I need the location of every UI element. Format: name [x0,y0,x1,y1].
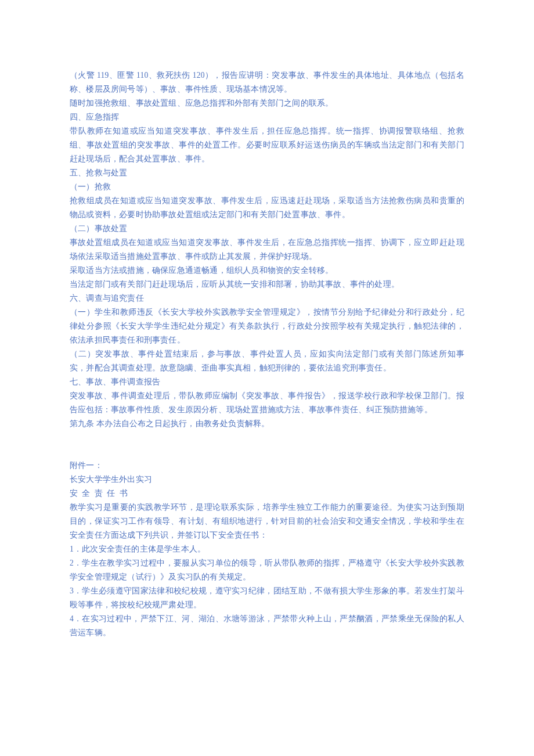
body-paragraph: 采取适当方法或措施，确保应急通道畅通，组织人员和物资的安全转移。 [70,264,464,278]
appendix-item: 3．学生必须遵守国家法律和校纪校规，遵守实习纪律，团结互助，不做有损大学生形象的… [70,584,464,612]
appendix-title-line: 安 全 责 任 书 [70,487,464,501]
section-heading: 七、事故、事件调查报告 [70,375,464,389]
body-paragraph: 带队教师在知道或应当知道突发事故、事件发生后，担任应急总指挥。统一指挥、协调报警… [70,124,464,166]
blank-line [70,431,464,445]
appendix-intro: 教学实习是重要的实践教学环节，是理论联系实际，培养学生独立工作能力的重要途径。为… [70,501,464,542]
appendix-item: 4．在实习过程中，严禁下江、河、湖泊、水塘等游泳，严禁带火种上山，严禁酗酒，严禁… [70,612,464,640]
body-paragraph: （二）突发事故、事件处置结束后，参与事故、事件处置人员，应如实向法定部门或有关部… [70,347,464,375]
appendix-title-line: 长安大学学生外出实习 [70,473,464,487]
body-paragraph: （火警 119、匪警 110、救死扶伤 120），报告应讲明：突发事故、事件发生… [70,69,464,96]
section-heading: 五、抢救与处置 [70,166,464,180]
body-paragraph: 当法定部门或有关部门赶赴现场后，应听从其统一安排和部署，协助其事故、事件的处理。 [70,278,464,291]
appendix-label: 附件一： [70,459,464,473]
appendix-item: 1．此次安全责任的主体是学生本人。 [70,542,464,556]
body-paragraph: 随时加强抢救组、事故处置组、应急总指挥和外部有关部门之间的联系。 [70,96,464,110]
body-paragraph: 突发事故、事件调查处理后，带队教师应编制《突发事故、事件报告》，报送学校行政和学… [70,389,464,417]
body-paragraph: （一）学生和教师违反《长安大学校外实践教学安全管理规定》，按情节分别给予纪律处分… [70,305,464,347]
body-paragraph: 抢救组成员在知道或应当知道突发事故、事件发生后，应迅速赶赴现场，采取适当方法抢救… [70,194,464,222]
body-paragraph: 第九条 本办法自公布之日起执行，由教务处负责解释。 [70,417,464,431]
subheading: （一）抢救 [70,180,464,194]
body-paragraph: 事故处置组成员在知道或应当知道突发事故、事件发生后，在应急总指挥统一指挥、协调下… [70,236,464,264]
section-heading: 四、应急指挥 [70,110,464,124]
appendix-item: 2．学生在教学实习过程中，要服从实习单位的领导，听从带队教师的指挥，严格遵守《长… [70,556,464,584]
document-page: （火警 119、匪警 110、救死扶伤 120），报告应讲明：突发事故、事件发生… [0,0,534,756]
blank-line [70,445,464,459]
subheading: （二）事故处置 [70,222,464,236]
section-heading: 六、调查与追究责任 [70,291,464,305]
